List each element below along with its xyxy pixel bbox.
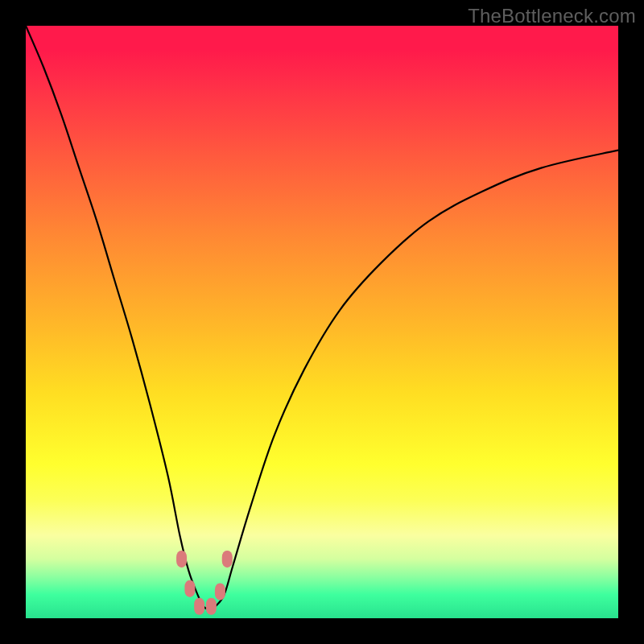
curve-marker (194, 598, 204, 615)
curve-marker (215, 583, 225, 600)
watermark-text: TheBottleneck.com (468, 5, 636, 27)
curve-markers (176, 551, 233, 615)
bottleneck-curve (26, 26, 618, 609)
curve-marker (184, 580, 195, 597)
curve-marker (206, 598, 217, 615)
plot-area (26, 26, 618, 618)
curve-marker (222, 551, 233, 568)
bottleneck-curve-svg (26, 26, 618, 618)
curve-marker (176, 551, 187, 568)
chart-frame: TheBottleneck.com (0, 0, 644, 644)
